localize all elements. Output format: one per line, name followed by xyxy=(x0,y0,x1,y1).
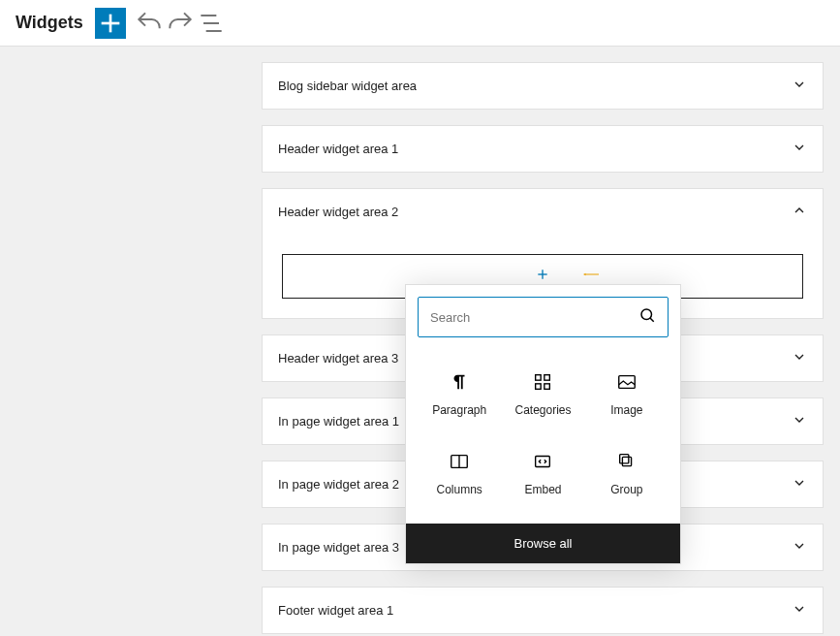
paragraph-icon xyxy=(421,368,497,396)
widget-area-label: Header widget area 2 xyxy=(278,205,398,219)
block-item-image[interactable]: Image xyxy=(585,357,669,429)
block-label: Embed xyxy=(505,483,580,496)
block-item-embed[interactable]: Embed xyxy=(501,436,584,508)
svg-rect-17 xyxy=(536,457,550,467)
add-block-toolbar-button[interactable] xyxy=(95,8,126,39)
search-input[interactable] xyxy=(430,310,638,325)
svg-rect-12 xyxy=(536,384,542,390)
svg-line-9 xyxy=(650,318,654,322)
widget-area-label: Footer widget area 1 xyxy=(278,603,393,618)
widget-area-header[interactable]: Footer widget area 1 xyxy=(263,588,823,633)
arrow-annotation xyxy=(583,267,599,286)
group-icon xyxy=(589,448,665,475)
widget-area-panel: Footer widget area 1 xyxy=(262,587,824,634)
block-item-columns[interactable]: Columns xyxy=(418,436,501,508)
block-item-paragraph[interactable]: Paragraph xyxy=(418,357,501,429)
block-grid: Paragraph Categories Image Columns xyxy=(406,349,680,524)
search-icon xyxy=(638,306,656,328)
svg-rect-19 xyxy=(619,455,628,463)
block-label: Columns xyxy=(421,483,497,496)
chevron-up-icon xyxy=(792,203,807,221)
list-view-button[interactable] xyxy=(196,8,227,39)
svg-rect-18 xyxy=(622,457,631,465)
columns-icon xyxy=(421,448,497,475)
widget-area-panel-expanded: Header widget area 2 xyxy=(262,188,824,319)
search-wrap xyxy=(406,285,680,349)
chevron-down-icon xyxy=(792,77,807,95)
undo-button[interactable] xyxy=(134,8,165,39)
block-item-categories[interactable]: Categories xyxy=(501,357,584,429)
widget-area-label: In page widget area 3 xyxy=(278,540,399,555)
block-label: Group xyxy=(589,483,665,496)
svg-rect-10 xyxy=(536,375,542,381)
content-area: Blog sidebar widget area Header widget a… xyxy=(0,47,840,636)
chevron-down-icon xyxy=(792,601,807,620)
page-title: Widgets xyxy=(16,13,83,33)
widget-area-panel: Header widget area 1 xyxy=(262,125,824,173)
chevron-down-icon xyxy=(792,140,807,158)
widget-area-header[interactable]: Header widget area 2 xyxy=(263,189,823,235)
categories-icon xyxy=(505,368,580,396)
widget-area-header[interactable]: Blog sidebar widget area xyxy=(263,63,823,109)
widget-area-label: Header widget area 3 xyxy=(278,351,398,366)
chevron-down-icon xyxy=(792,349,807,367)
redo-button[interactable] xyxy=(165,8,196,39)
chevron-down-icon xyxy=(792,412,807,430)
widget-area-panel: Blog sidebar widget area xyxy=(262,62,824,110)
widget-area-label: Header widget area 1 xyxy=(278,142,398,156)
svg-rect-13 xyxy=(544,384,550,390)
widget-area-label: In page widget area 1 xyxy=(278,414,399,429)
image-icon xyxy=(589,368,665,396)
block-label: Image xyxy=(589,403,665,417)
widget-area-header[interactable]: Header widget area 1 xyxy=(263,126,823,172)
block-label: Categories xyxy=(505,403,580,417)
widget-area-label: Blog sidebar widget area xyxy=(278,79,417,93)
block-inserter-popup: Paragraph Categories Image Columns xyxy=(405,284,681,564)
embed-icon xyxy=(505,448,580,475)
widget-areas-list: Blog sidebar widget area Header widget a… xyxy=(262,62,824,634)
svg-marker-7 xyxy=(583,273,599,275)
browse-all-button[interactable]: Browse all xyxy=(406,524,680,563)
block-label: Paragraph xyxy=(421,403,497,417)
widget-area-label: In page widget area 2 xyxy=(278,477,399,492)
search-box[interactable] xyxy=(418,297,669,337)
svg-point-8 xyxy=(641,309,652,320)
svg-rect-11 xyxy=(544,375,550,381)
block-item-group[interactable]: Group xyxy=(585,436,669,508)
chevron-down-icon xyxy=(792,475,807,493)
top-toolbar: Widgets xyxy=(0,0,840,47)
chevron-down-icon xyxy=(792,538,807,556)
